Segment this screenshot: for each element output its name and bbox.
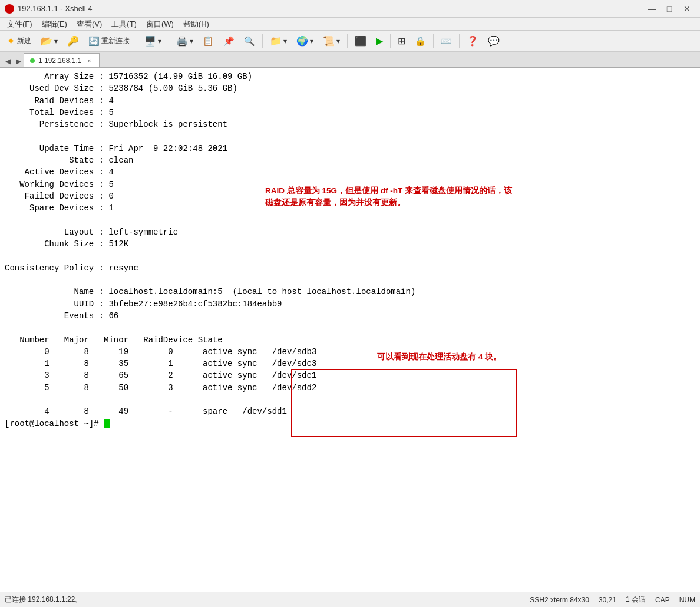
tab-label: 1 192.168.1.1 (38, 57, 81, 65)
paste-icon: 📌 (223, 36, 235, 47)
menu-file[interactable]: 文件(F) (2, 18, 37, 31)
menu-bar: 文件(F) 编辑(E) 查看(V) 工具(T) 窗口(W) 帮助(H) (0, 18, 700, 31)
keyboard-button[interactable]: ⌨️ (437, 33, 456, 50)
new-icon: ✦ (6, 35, 15, 48)
monitor-arrow: ▾ (158, 37, 161, 45)
reconnect-label: 重新连接 (101, 36, 130, 46)
help-icon: ❓ (467, 35, 478, 47)
copy-icon: 📋 (203, 36, 214, 47)
print-icon: 🖨️ (176, 35, 188, 47)
file-transfer-button[interactable]: 📁 ▾ (266, 33, 291, 50)
separator-4 (347, 34, 348, 48)
tab-status-dot (30, 58, 35, 63)
print-arrow: ▾ (190, 37, 193, 45)
open-arrow: ▾ (54, 37, 58, 45)
lock-icon: 🔒 (415, 36, 426, 47)
chat-icon: 💬 (488, 35, 500, 47)
grid-button[interactable]: ⊞ (394, 33, 410, 50)
help-button[interactable]: ❓ (463, 33, 483, 50)
separator-2 (169, 34, 169, 48)
script-button[interactable]: 📜 ▾ (319, 33, 344, 50)
play-icon: ▶ (376, 35, 383, 47)
title-bar: 192.168.1.1 - Xshell 4 — □ ✕ (0, 0, 700, 18)
annotation1-line2: 磁盘还是原有容量，因为并没有更新。 (265, 198, 405, 207)
globe-icon: 🌍 (296, 35, 308, 47)
tab-session-1[interactable]: 1 192.168.1.1 × (24, 53, 100, 67)
window-title: 192.168.1.1 - Xshell 4 (18, 4, 92, 13)
script-arrow: ▾ (336, 37, 340, 45)
connection-status: 已连接 192.168.1.1:22。 (5, 595, 82, 605)
annotation-active-disks: 可以看到现在处理活动盘有 4 块。 (377, 351, 501, 363)
open-button[interactable]: 📂 ▾ (37, 33, 62, 50)
monitor-icon: 🖥️ (144, 35, 156, 47)
cursor (104, 419, 110, 428)
status-bar: 已连接 192.168.1.1:22。 SSH2 xterm 84x30 30,… (0, 592, 700, 607)
menu-edit[interactable]: 编辑(E) (37, 18, 72, 31)
tab-next-button[interactable]: ▶ (13, 55, 24, 67)
separator-1 (137, 34, 137, 48)
app-icon (5, 4, 14, 14)
separator-6 (433, 34, 434, 48)
grid-icon: ⊞ (398, 35, 405, 47)
menu-tools[interactable]: 工具(T) (107, 18, 141, 31)
separator-3 (262, 34, 263, 48)
cursor-position: 30,21 (599, 596, 616, 604)
connect-key-button[interactable]: 🔑 (63, 33, 83, 50)
key-icon: 🔑 (67, 35, 79, 47)
reconnect-icon: 🔄 (88, 36, 100, 47)
session-count: 1 会话 (626, 595, 646, 605)
annotation1-line1: RAID 总容量为 15G，但是使用 df -hT 来查看磁盘使用情况的话，该 (265, 186, 512, 195)
separator-5 (390, 34, 391, 48)
maximize-button[interactable]: □ (661, 3, 678, 15)
copy-button[interactable]: 📋 (199, 33, 218, 50)
reconnect-button[interactable]: 🔄 重新连接 (84, 33, 134, 50)
new-button[interactable]: ✦ 新建 (2, 33, 35, 50)
paste-button[interactable]: 📌 (219, 33, 239, 50)
caps-lock-indicator: CAP (655, 596, 670, 604)
folder-icon: 📂 (41, 35, 52, 47)
menu-view[interactable]: 查看(V) (72, 18, 107, 31)
toolbar: ✦ 新建 📂 ▾ 🔑 🔄 重新连接 🖥️ ▾ 🖨️ ▾ 📋 📌 🔍 📁 ▾ 🌍 … (0, 31, 700, 52)
annotation-raid-capacity: RAID 总容量为 15G，但是使用 df -hT 来查看磁盘使用情况的话，该 … (265, 185, 512, 209)
transfer-arrow: ▾ (283, 37, 287, 45)
stop-button[interactable]: ⬛ (351, 33, 371, 50)
monitor-button[interactable]: 🖥️ ▾ (140, 33, 166, 50)
tab-prev-button[interactable]: ◀ (2, 55, 13, 67)
chat-button[interactable]: 💬 (484, 33, 504, 50)
play-button[interactable]: ▶ (372, 33, 387, 50)
menu-help[interactable]: 帮助(H) (179, 18, 214, 31)
lock-button[interactable]: 🔒 (411, 33, 430, 50)
minimize-button[interactable]: — (643, 3, 660, 15)
terminal-area[interactable]: Array Size : 15716352 (14.99 GiB 16.09 G… (0, 68, 700, 592)
find-icon: 🔍 (244, 36, 255, 47)
find-button[interactable]: 🔍 (240, 33, 259, 50)
window-controls: — □ ✕ (643, 3, 695, 15)
tab-close-button[interactable]: × (85, 57, 93, 65)
new-label: 新建 (17, 36, 31, 46)
stop-icon: ⬛ (355, 35, 366, 47)
globe-arrow: ▾ (310, 37, 313, 45)
tab-bar: ◀ ▶ 1 192.168.1.1 × (0, 52, 700, 68)
terminal-content: Array Size : 15716352 (14.99 GiB 16.09 G… (5, 71, 695, 430)
annotation2-text: 可以看到现在处理活动盘有 4 块。 (377, 352, 501, 361)
separator-7 (459, 34, 460, 48)
transfer-icon: 📁 (270, 35, 282, 47)
num-lock-indicator: NUM (679, 596, 695, 604)
status-right: SSH2 xterm 84x30 30,21 1 会话 CAP NUM (530, 595, 695, 605)
globe-button[interactable]: 🌍 ▾ (292, 33, 318, 50)
close-button[interactable]: ✕ (679, 3, 695, 15)
menu-window[interactable]: 窗口(W) (141, 18, 179, 31)
ssh-info: SSH2 xterm 84x30 (530, 596, 589, 604)
keyboard-icon: ⌨️ (441, 36, 452, 47)
print-button[interactable]: 🖨️ ▾ (172, 33, 197, 50)
script-icon: 📜 (323, 35, 335, 47)
